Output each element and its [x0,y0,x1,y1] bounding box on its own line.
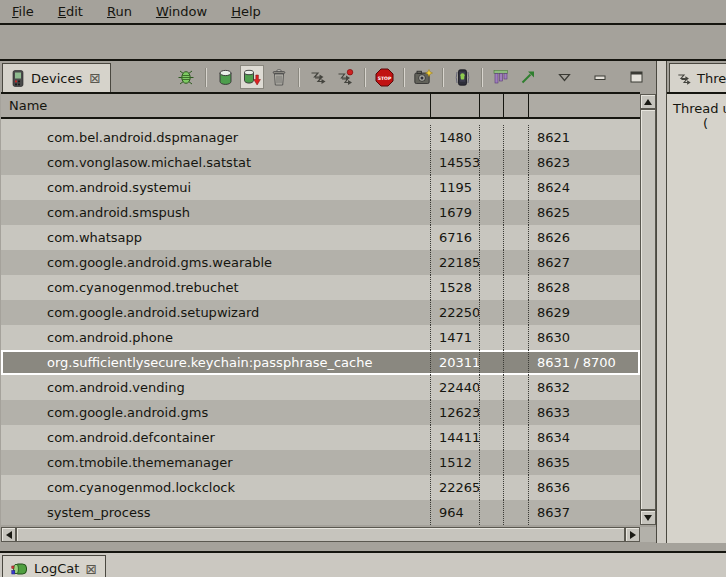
table-row[interactable]: com.google.android.gms.wearable 22185 86… [1,250,640,275]
maximize-view-button[interactable] [624,65,648,89]
table-row[interactable]: com.bel.android.dspmanager 1480 8621 [1,125,640,150]
cell-port: 8628 [529,275,640,300]
column-header-name[interactable]: Name [1,94,431,117]
table-row[interactable]: com.android.smspush 1679 8625 [1,200,640,225]
toolbar-separator [403,68,404,87]
cell-pid: 22185 [431,250,480,275]
table-row[interactable]: com.cyanogenmod.lockclock 22265 8636 [1,475,640,500]
up-arrow-icon [644,99,652,105]
tab-logcat-close-icon[interactable]: ⊠ [85,562,97,576]
dump-hprof-button[interactable] [240,65,264,89]
update-threads-button[interactable] [306,65,330,89]
cell-blank1 [480,350,504,375]
cell-process-name: com.tmobile.thememanager [1,450,431,475]
cell-port: 8631 / 8700 [529,350,640,375]
cell-blank2 [504,350,529,375]
minimize-view-button[interactable] [588,65,612,89]
table-row[interactable]: com.tmobile.thememanager 1512 8635 [1,450,640,475]
tab-devices-close-icon[interactable]: ⊠ [89,71,101,85]
capture-device-view-button[interactable] [450,65,474,89]
cell-process-name: com.android.systemui [1,175,431,200]
vertical-scrollbar-thumb[interactable] [640,109,656,510]
cell-port: 8626 [529,225,640,250]
table-row[interactable]: com.android.vending 22440 8632 [1,375,640,400]
tab-logcat[interactable]: LogCat ⊠ [2,555,106,577]
device-table-header: Name [1,92,640,119]
table-row[interactable]: system_process 964 8637 [1,500,640,525]
cell-port: 8624 [529,175,640,200]
scroll-up-button[interactable] [640,94,656,109]
menu-bar: FileEditRunWindowHelp [0,0,726,25]
cell-blank1 [480,275,504,300]
menu-item-help[interactable]: Help [231,4,261,19]
screen-capture-button[interactable] [411,65,435,89]
cell-blank1 [480,425,504,450]
update-heap-button[interactable] [213,65,237,89]
cell-pid: 964 [431,500,480,525]
table-row[interactable]: com.cyanogenmod.trebuchet 1528 8628 [1,275,640,300]
cell-blank1 [480,500,504,525]
cell-process-name: com.google.android.gms [1,400,431,425]
cell-port: 8627 [529,250,640,275]
table-row[interactable]: com.android.systemui 1195 8624 [1,175,640,200]
table-row[interactable]: com.whatsapp 6716 8626 [1,225,640,250]
debug-process-button[interactable] [174,65,198,89]
tab-threads-label: Threads [697,71,726,86]
tab-threads[interactable]: Threads [669,63,726,92]
column-header-pid[interactable] [431,94,480,117]
view-menu-button[interactable] [552,65,576,89]
menu-item-edit[interactable]: Edit [58,4,83,19]
start-method-profiling-button[interactable] [333,65,357,89]
column-header-port[interactable] [529,94,640,117]
maximize-icon [630,71,643,83]
menu-item-window[interactable]: Window [156,4,207,19]
cell-pid: 1480 [431,125,480,150]
cell-blank2 [504,450,529,475]
cell-pid: 22265 [431,475,480,500]
devices-toolbar: STOP [174,64,648,90]
horizontal-scrollbar-thumb[interactable] [16,527,625,542]
cell-blank1 [480,125,504,150]
table-row[interactable]: org.sufficientlysecure.keychain:passphra… [1,350,640,375]
column-header-blank1[interactable] [480,94,504,117]
column-header-blank2[interactable] [504,94,529,117]
panel-sash[interactable] [657,61,666,543]
cell-pid: 1679 [431,200,480,225]
table-row[interactable]: com.android.phone 1471 8630 [1,325,640,350]
scroll-right-button[interactable] [625,527,640,542]
cell-pid: 1195 [431,175,480,200]
threads-message-line2: ( [703,116,726,131]
table-row[interactable]: com.android.defcontainer 14411 8634 [1,425,640,450]
horizontal-scrollbar[interactable] [1,527,640,542]
vertical-scrollbar[interactable] [640,94,656,525]
menu-item-file[interactable]: File [12,4,34,19]
table-row[interactable]: com.google.android.setupwizard 22250 862… [1,300,640,325]
scroll-left-button[interactable] [1,527,16,542]
cell-blank2 [504,325,529,350]
cell-process-name: com.google.android.setupwizard [1,300,431,325]
hprof-cylinder-arrow-icon [243,69,261,86]
menu-item-run[interactable]: Run [107,4,132,19]
cell-process-name: com.vonglasow.michael.satstat [1,150,431,175]
table-row[interactable]: com.vonglasow.michael.satstat 14553 8623 [1,150,640,175]
cell-process-name: com.android.smspush [1,200,431,225]
scroll-down-button[interactable] [640,510,656,525]
cell-port: 8625 [529,200,640,225]
tab-devices[interactable]: Devices ⊠ [2,63,111,92]
cell-blank2 [504,425,529,450]
cell-blank1 [480,225,504,250]
cell-blank2 [504,175,529,200]
cause-gc-button[interactable] [267,65,291,89]
cell-blank1 [480,325,504,350]
profiling-arrows-dot-icon [337,69,354,85]
cell-blank1 [480,375,504,400]
table-row[interactable]: com.google.android.gms 12623 8633 [1,400,640,425]
cell-port: 8634 [529,425,640,450]
down-arrow-icon [644,515,652,521]
devices-tab-row: Devices ⊠ [0,61,656,92]
stop-process-button[interactable]: STOP [372,65,396,89]
update-hierarchy-button[interactable] [489,65,513,89]
sysinfo-button[interactable] [516,65,540,89]
chevron-down-icon [558,73,571,82]
cell-port: 8630 [529,325,640,350]
